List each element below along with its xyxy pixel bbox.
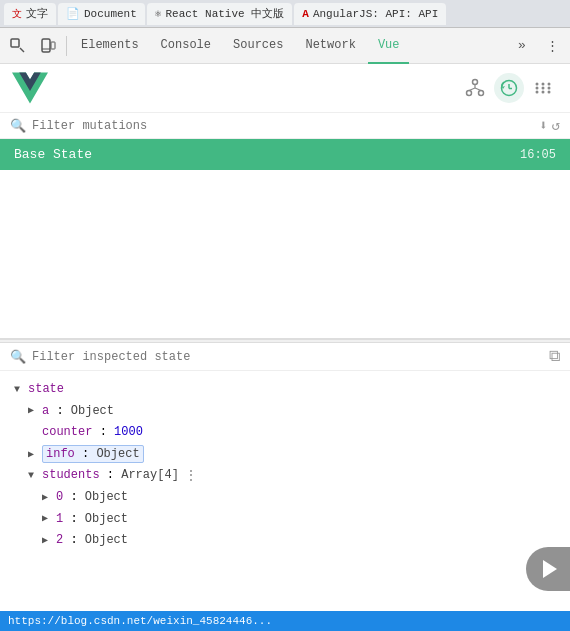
base-state-row[interactable]: Base State 16:05	[0, 139, 570, 170]
svg-point-7	[479, 91, 484, 96]
tree-key-2: 2	[56, 533, 63, 547]
tab-angular[interactable]: A AngularJS: API: API	[294, 3, 446, 25]
base-state-time: 16:05	[520, 148, 556, 162]
svg-point-21	[536, 91, 539, 94]
svg-rect-4	[51, 42, 55, 49]
svg-line-9	[469, 88, 475, 91]
tree-root: ▼ state ▶ a : Object	[14, 379, 556, 552]
tree-colon-info: :	[82, 447, 96, 461]
tab-label-react: React Native 中文版	[165, 6, 284, 21]
tab-console[interactable]: Console	[151, 28, 221, 64]
vue-header-icons	[460, 73, 558, 103]
svg-line-10	[475, 88, 481, 91]
tree-toggle-students[interactable]: ▼	[28, 467, 40, 485]
tree-key-info: info	[46, 447, 75, 461]
tree-toggle-0[interactable]: ▶	[42, 489, 54, 507]
mutations-section: Base State 16:05	[0, 139, 570, 339]
tree-row-1[interactable]: ▶ 1 : Object	[14, 509, 556, 531]
tree-row-state[interactable]: ▼ state	[14, 379, 556, 401]
tree-value-a: Object	[71, 404, 114, 418]
more-tabs-button[interactable]: »	[508, 32, 536, 60]
download-mutations-icon[interactable]: ⬇	[539, 117, 547, 134]
svg-point-22	[542, 91, 545, 94]
tab-icon-ng: A	[302, 8, 309, 20]
refresh-mutations-icon[interactable]: ↺	[552, 117, 560, 134]
filter-action-icons: ⬇ ↺	[539, 117, 560, 134]
inspected-search-icon: 🔍	[10, 349, 26, 365]
toolbar-more-area: » ⋮	[508, 32, 566, 60]
tree-toggle-a[interactable]: ▶	[28, 402, 40, 420]
inspected-section: 🔍 ⧉ ▼ state ▶	[0, 343, 570, 611]
mutations-filter-input[interactable]	[32, 119, 533, 133]
tab-label-doc: Document	[84, 8, 137, 20]
device-mode-button[interactable]	[34, 32, 62, 60]
vuex-button[interactable]	[528, 73, 558, 103]
tree-row-students[interactable]: ▼ students : Array[4] ⋮	[14, 465, 556, 487]
mutations-search-icon: 🔍	[10, 118, 26, 134]
tree-key-0: 0	[56, 490, 63, 504]
component-tree-button[interactable]	[460, 73, 490, 103]
inspected-filter-row: 🔍 ⧉	[0, 343, 570, 371]
devtools-panel: Elements Console Sources Network Vue » ⋮	[0, 28, 570, 631]
tree-toggle-2[interactable]: ▶	[42, 532, 54, 550]
tree-label-counter: counter : 1000	[42, 422, 143, 444]
devtools-toolbar: Elements Console Sources Network Vue » ⋮	[0, 28, 570, 64]
toolbar-separator-1	[66, 36, 67, 56]
tree-toggle-1[interactable]: ▶	[42, 510, 54, 528]
tab-document[interactable]: 📄 Document	[58, 3, 145, 25]
tree-colon-0: :	[70, 490, 84, 504]
tree-colon-counter: :	[100, 425, 114, 439]
tree-label-a: a : Object	[42, 401, 114, 423]
tree-colon-2: :	[70, 533, 84, 547]
tree-toggle-state[interactable]: ▼	[14, 381, 26, 399]
play-triangle-icon	[543, 560, 557, 578]
tree-label-2: 2 : Object	[56, 530, 128, 552]
tree-colon-1: :	[70, 512, 84, 526]
play-button[interactable]	[526, 547, 570, 591]
mutations-filter-row: 🔍 ⬇ ↺	[0, 113, 570, 139]
tree-label-students: students : Array[4]	[42, 465, 179, 487]
inspect-element-button[interactable]	[4, 32, 32, 60]
tab-icon-doc: 📄	[66, 7, 80, 20]
tree-colon-a: :	[56, 404, 70, 418]
tree-row-info[interactable]: ▶ info : Object	[14, 444, 556, 466]
tree-row-2[interactable]: ▶ 2 : Object	[14, 530, 556, 552]
tree-more-students[interactable]: ⋮	[183, 468, 199, 484]
svg-point-20	[548, 87, 551, 90]
browser-tab-bar: 文 文字 📄 Document ⚛ React Native 中文版 A Ang…	[0, 0, 570, 28]
copy-state-icon[interactable]: ⧉	[549, 347, 560, 366]
svg-line-1	[20, 48, 24, 52]
devtools-menu-button[interactable]: ⋮	[538, 32, 566, 60]
tab-icon-react: ⚛	[155, 7, 162, 20]
tab-label-ng: AngularJS: API: API	[313, 8, 438, 20]
svg-point-6	[467, 91, 472, 96]
status-url: https://blog.csdn.net/weixin_45824446...	[8, 615, 272, 627]
tab-vue[interactable]: Vue	[368, 28, 410, 64]
tree-key-counter: counter	[42, 425, 92, 439]
svg-point-17	[548, 83, 551, 86]
tree-row-counter: ▶ counter : 1000	[14, 422, 556, 444]
svg-point-15	[536, 83, 539, 86]
tab-label-wz: 文字	[26, 6, 48, 21]
tree-row-0[interactable]: ▶ 0 : Object	[14, 487, 556, 509]
tab-wenzhi[interactable]: 文 文字	[4, 3, 56, 25]
tab-react[interactable]: ⚛ React Native 中文版	[147, 3, 292, 25]
vue-header	[0, 64, 570, 113]
tree-label-0: 0 : Object	[56, 487, 128, 509]
tab-elements[interactable]: Elements	[71, 28, 149, 64]
tab-network[interactable]: Network	[295, 28, 365, 64]
tree-value-counter: 1000	[114, 425, 143, 439]
tree-key-a: a	[42, 404, 49, 418]
tab-icon-wz: 文	[12, 7, 22, 21]
tree-label-info: info : Object	[42, 444, 144, 466]
status-bar: https://blog.csdn.net/weixin_45824446...	[0, 611, 570, 631]
inspected-filter-input[interactable]	[32, 350, 543, 364]
tree-row-a[interactable]: ▶ a : Object	[14, 401, 556, 423]
svg-point-19	[542, 87, 545, 90]
base-state-label: Base State	[14, 147, 92, 162]
tab-sources[interactable]: Sources	[223, 28, 293, 64]
state-tree: ▼ state ▶ a : Object	[0, 371, 570, 611]
tree-toggle-info[interactable]: ▶	[28, 446, 40, 464]
tree-value-students: Array[4]	[121, 468, 179, 482]
history-button[interactable]	[494, 73, 524, 103]
